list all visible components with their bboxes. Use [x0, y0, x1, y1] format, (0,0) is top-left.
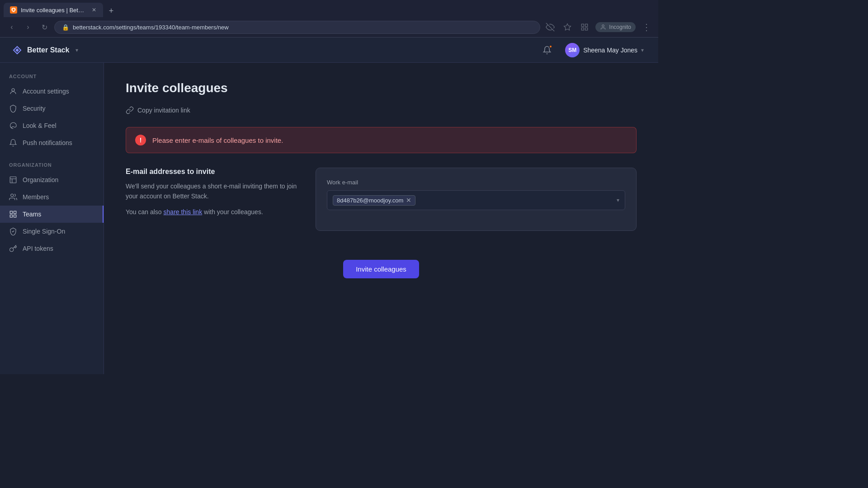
sidebar: ACCOUNT Account settings Security Look &… [0, 63, 104, 374]
organization-section-label: ORGANIZATION [0, 162, 104, 171]
tab-bar: Invite colleagues | Better Stack ✕ + [0, 0, 658, 17]
email-tag-close-button[interactable]: ✕ [406, 197, 411, 203]
form-description-share: You can also share this link with your c… [126, 207, 297, 217]
email-tag: 8d487b26@moodjoy.com ✕ [333, 195, 415, 206]
svg-point-6 [602, 25, 604, 27]
sidebar-item-label: Account settings [23, 88, 69, 95]
sidebar-item-look-and-feel[interactable]: Look & Feel [0, 117, 104, 134]
sidebar-item-label: Members [23, 193, 49, 201]
sidebar-item-account-settings[interactable]: Account settings [0, 83, 104, 100]
lock-icon: 🔒 [62, 24, 69, 31]
svg-rect-2 [582, 24, 584, 26]
star-icon[interactable] [561, 21, 574, 33]
error-icon: ! [135, 135, 146, 145]
sidebar-item-single-sign-on[interactable]: Single Sign-On [0, 223, 104, 240]
invite-colleagues-button[interactable]: Invite colleagues [343, 260, 419, 278]
link-icon [126, 106, 134, 114]
notification-dot [549, 45, 552, 48]
reload-button[interactable]: ↻ [38, 21, 51, 33]
brand-name: Better Stack [27, 46, 69, 54]
svg-rect-11 [10, 211, 12, 213]
incognito-badge: Incognito [595, 22, 636, 32]
brand-icon [11, 44, 24, 56]
extensions-icon[interactable] [578, 21, 591, 33]
sidebar-item-label: API tokens [23, 245, 53, 252]
key-icon [9, 244, 17, 253]
circle-user-icon [9, 87, 17, 95]
sidebar-item-label: Teams [23, 211, 41, 218]
form-section: E-mail addresses to invite We'll send yo… [126, 168, 637, 231]
avatar: SM [565, 43, 580, 57]
svg-rect-14 [14, 215, 16, 217]
address-bar-row: ‹ › ↻ 🔒 betterstack.com/settings/teams/1… [0, 17, 658, 37]
forward-button[interactable]: › [22, 21, 34, 33]
svg-rect-12 [14, 211, 16, 213]
sidebar-item-teams[interactable]: Teams [0, 206, 104, 223]
sidebar-item-push-notifications[interactable]: Push notifications [0, 134, 104, 151]
users-icon [9, 193, 17, 201]
error-banner: ! Please enter e-mails of colleagues to … [126, 127, 637, 153]
page-title: Invite colleagues [126, 81, 637, 95]
email-input-box[interactable]: 8d487b26@moodjoy.com ✕ ▾ [327, 190, 625, 210]
notifications-button[interactable] [540, 43, 554, 57]
user-menu[interactable]: SM Sheena May Jones ▾ [561, 41, 647, 59]
sidebar-item-security[interactable]: Security [0, 100, 104, 117]
address-bar[interactable]: 🔒 betterstack.com/settings/teams/193340/… [54, 21, 540, 34]
account-section-label: ACCOUNT [0, 74, 104, 83]
new-tab-button[interactable]: + [105, 5, 118, 17]
email-tag-value: 8d487b26@moodjoy.com [337, 197, 403, 204]
app-layout: ACCOUNT Account settings Security Look &… [0, 63, 658, 374]
active-tab[interactable]: Invite colleagues | Better Stack ✕ [4, 3, 103, 17]
dropdown-arrow-icon: ▾ [617, 197, 619, 203]
sidebar-item-organization[interactable]: Organization [0, 171, 104, 188]
url-text: betterstack.com/settings/teams/193340/te… [73, 24, 229, 31]
form-description-text: We'll send your colleagues a short e-mai… [126, 181, 297, 202]
error-text: Please enter e-mails of colleagues to in… [152, 136, 283, 144]
svg-point-10 [11, 194, 14, 197]
share-this-link[interactable]: share this link [164, 208, 203, 216]
paint-brush-icon [9, 122, 17, 130]
back-button[interactable]: ‹ [5, 21, 18, 33]
user-name: Sheena May Jones [583, 47, 637, 54]
svg-point-8 [12, 89, 14, 91]
invite-button-wrapper: Invite colleagues [126, 245, 637, 278]
brand-chevron-icon: ▾ [75, 47, 78, 53]
form-section-title: E-mail addresses to invite [126, 168, 297, 176]
sidebar-item-label: Look & Feel [23, 122, 57, 129]
svg-rect-4 [582, 28, 584, 30]
grid-icon [9, 210, 17, 218]
svg-marker-1 [564, 24, 571, 30]
eye-slash-icon[interactable] [544, 21, 557, 33]
incognito-label: Incognito [609, 24, 631, 30]
shield-icon [9, 104, 17, 113]
tab-favicon [10, 6, 17, 14]
browser-actions: Incognito ⋮ [544, 21, 653, 33]
copy-invitation-link-button[interactable]: Copy invitation link [126, 104, 190, 116]
sidebar-item-label: Security [23, 105, 46, 112]
top-nav-right: SM Sheena May Jones ▾ [540, 41, 647, 59]
copy-link-label: Copy invitation link [137, 107, 190, 114]
top-nav: Better Stack ▾ SM Sheena May Jones ▾ [0, 38, 658, 63]
browser-chrome: Invite colleagues | Better Stack ✕ + ‹ ›… [0, 0, 658, 38]
svg-rect-3 [585, 24, 588, 26]
tab-title: Invite colleagues | Better Stack [21, 7, 85, 14]
building-icon [9, 176, 17, 184]
sidebar-item-label: Organization [23, 176, 58, 183]
form-description: E-mail addresses to invite We'll send yo… [126, 168, 297, 222]
user-menu-chevron-icon: ▾ [641, 47, 644, 53]
form-description-line1: We'll send your colleagues a short e-mai… [126, 183, 297, 200]
email-form-area: Work e-mail 8d487b26@moodjoy.com ✕ ▾ [316, 168, 637, 231]
svg-rect-5 [585, 28, 588, 30]
more-options-icon[interactable]: ⋮ [640, 21, 653, 33]
bell-icon [9, 139, 17, 147]
tab-close-button[interactable]: ✕ [91, 6, 97, 14]
sidebar-item-members[interactable]: Members [0, 188, 104, 206]
sidebar-item-api-tokens[interactable]: API tokens [0, 240, 104, 257]
svg-rect-9 [10, 177, 16, 183]
sidebar-item-label: Push notifications [23, 139, 72, 146]
field-label: Work e-mail [327, 179, 625, 186]
brand-logo[interactable]: Better Stack ▾ [11, 44, 78, 56]
shield-check-icon [9, 227, 17, 235]
svg-rect-13 [10, 215, 12, 217]
main-content: Invite colleagues Copy invitation link !… [104, 63, 658, 374]
